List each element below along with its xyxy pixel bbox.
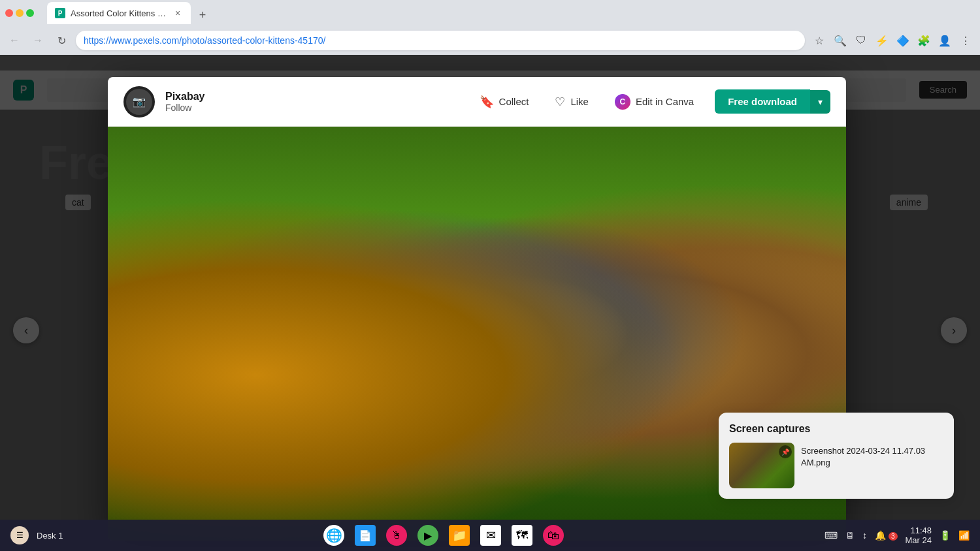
tab-title: Assorted Color Kittens - Free S (71, 8, 167, 18)
address-bar-row: ← → ↻ https://www.pexels.com/photo/assor… (0, 26, 980, 55)
window-minimize-button[interactable] (16, 9, 24, 17)
canva-icon: C (615, 94, 630, 110)
tab-favicon: P (55, 8, 65, 18)
tab-bar: P Assorted Color Kittens - Free S × + (42, 2, 217, 24)
new-tab-button[interactable]: + (193, 6, 212, 24)
desk-label: Desk 1 (37, 531, 63, 541)
author-name: Pixabay (165, 91, 459, 102)
edit-canva-label: Edit in Canva (636, 96, 694, 107)
screen-captures-title: Screen captures (729, 423, 943, 435)
back-button[interactable]: ← (5, 31, 24, 50)
like-label: Like (570, 96, 589, 107)
battery-icon[interactable]: 🔋 (939, 530, 951, 541)
extensions-button[interactable]: 🧩 (915, 31, 933, 50)
taskbar-gmail[interactable]: ✉ (480, 525, 501, 546)
taskbar-chrome[interactable]: 🌐 (323, 525, 344, 546)
tray-screen-icon[interactable]: 🖥 (845, 530, 855, 541)
taskbar-maps[interactable]: 🗺 (512, 525, 532, 546)
download-dropdown-button[interactable]: ▾ (810, 90, 830, 114)
download-button-group: Free download ▾ (715, 89, 830, 114)
bookmark-icon[interactable]: ☆ (810, 31, 828, 50)
taskbar-cursor[interactable]: 🖱 (386, 525, 407, 546)
tray-arrows-icon[interactable]: ↕ (862, 530, 867, 541)
notification-badge: 3 (889, 532, 898, 541)
time-display: 11:48 (906, 526, 932, 535)
modal-header: 📷 Pixabay Follow 🔖 Collect ♡ Like C Edit… (108, 77, 846, 127)
screenshot-filename: Screenshot 2024-03-24 11.47.03 AM.png (801, 443, 943, 469)
tray-keyboard-icon[interactable]: ⌨ (825, 530, 838, 541)
browser-chrome: P Assorted Color Kittens - Free S × + ← … (0, 0, 980, 55)
taskbar-docs[interactable]: 📄 (355, 525, 376, 546)
pin-icon: 📌 (779, 445, 792, 458)
taskbar-play[interactable]: ▶ (417, 525, 438, 546)
extension-icon-2[interactable]: 🛡 (852, 31, 870, 50)
follow-button[interactable]: Follow (165, 102, 459, 113)
taskbar-apps: 🌐 📄 🖱 ▶ 📁 ✉ 🗺 🛍 (323, 525, 564, 546)
taskbar-left: ☰ Desk 1 (10, 526, 63, 544)
free-download-button[interactable]: Free download (715, 89, 810, 114)
taskbar-tray: ⌨ 🖥 ↕ 🔔 3 11:48 Mar 24 🔋 📶 (825, 526, 970, 545)
taskbar: ☰ Desk 1 🌐 📄 🖱 ▶ 📁 ✉ 🗺 🛍 ⌨ 🖥 ↕ 🔔 3 11:48… (0, 520, 980, 551)
collect-icon: 🔖 (480, 95, 494, 109)
system-time: 11:48 Mar 24 (906, 526, 932, 545)
avatar-inner: 📷 (126, 89, 152, 115)
date-display: Mar 24 (906, 535, 932, 545)
title-bar: P Assorted Color Kittens - Free S × + (0, 0, 980, 26)
tray-notification-icon[interactable]: 🔔 3 (875, 530, 897, 541)
taskbar-files[interactable]: 📁 (449, 525, 470, 546)
taskbar-start-button[interactable]: ☰ (10, 526, 29, 544)
screen-captures-popup: Screen captures 📌 Screenshot 2024-03-24 … (719, 413, 954, 499)
toolbar-icons: ☆ 🔍 🛡 ⚡ 🔷 🧩 👤 ⋮ (810, 31, 975, 50)
extension-icon-1[interactable]: 🔍 (831, 31, 849, 50)
window-controls (5, 9, 34, 17)
collect-label: Collect (499, 96, 529, 107)
menu-button[interactable]: ⋮ (956, 31, 975, 50)
profile-button[interactable]: 👤 (936, 31, 954, 50)
edit-canva-button[interactable]: C Edit in Canva (604, 89, 704, 115)
active-tab[interactable]: P Assorted Color Kittens - Free S × (47, 2, 191, 24)
heart-icon: ♡ (555, 95, 565, 109)
extension-icon-3[interactable]: ⚡ (873, 31, 891, 50)
window-maximize-button[interactable] (26, 9, 34, 17)
screenshot-thumbnail[interactable]: 📌 (729, 443, 794, 488)
header-actions: 🔖 Collect ♡ Like C Edit in Canva Free do… (469, 89, 830, 115)
collect-button[interactable]: 🔖 Collect (469, 89, 540, 114)
like-button[interactable]: ♡ Like (544, 89, 599, 114)
screen-capture-item: 📌 Screenshot 2024-03-24 11.47.03 AM.png (729, 443, 943, 488)
reload-button[interactable]: ↻ (52, 31, 71, 50)
author-avatar: 📷 (123, 86, 155, 118)
address-bar[interactable]: https://www.pexels.com/photo/assorted-co… (76, 31, 805, 50)
author-info: Pixabay Follow (165, 91, 459, 113)
taskbar-shopping[interactable]: 🛍 (543, 525, 564, 546)
extension-icon-4[interactable]: 🔷 (894, 31, 912, 50)
camera-icon: 📷 (133, 95, 146, 108)
tab-close-button[interactable]: × (172, 8, 183, 18)
forward-button[interactable]: → (29, 31, 47, 50)
wifi-icon[interactable]: 📶 (958, 530, 970, 541)
window-close-button[interactable] (5, 9, 13, 17)
url-text: https://www.pexels.com/photo/assorted-co… (84, 35, 797, 46)
